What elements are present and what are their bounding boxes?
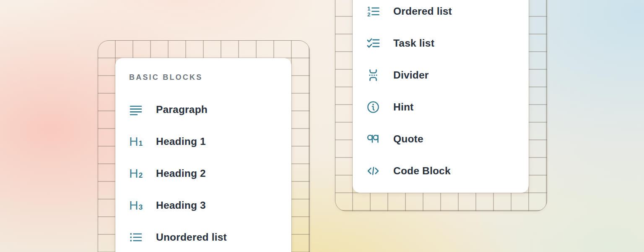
menu-item-ordered-list[interactable]: 12Ordered list	[353, 0, 529, 27]
menu-item-heading-1[interactable]: H1Heading 1	[115, 126, 291, 158]
heading-2-icon: H2	[129, 167, 143, 180]
unordered-list-icon	[129, 231, 143, 244]
menu-item-label: Divider	[393, 69, 428, 81]
menu-item-label: Quote	[393, 133, 423, 145]
heading-3-icon: H3	[129, 199, 143, 212]
svg-text:2: 2	[367, 11, 371, 18]
menu-items-right: 12Ordered listTask listDividerHintQuoteC…	[353, 0, 529, 187]
menu-item-label: Heading 3	[156, 200, 206, 211]
divider-icon	[366, 68, 380, 82]
menu-item-paragraph[interactable]: Paragraph	[115, 94, 291, 126]
section-label: BASIC BLOCKS	[115, 58, 291, 94]
menu-item-divider[interactable]: Divider	[353, 59, 529, 91]
menu-item-code-block[interactable]: Code Block	[353, 155, 529, 187]
menu-item-label: Hint	[393, 101, 413, 113]
basic-blocks-menu: BASIC BLOCKS ParagraphH1Heading 1H2Headi…	[115, 58, 291, 252]
menu-item-heading-2[interactable]: H2Heading 2	[115, 158, 291, 189]
menu-item-label: Task list	[393, 37, 434, 49]
hint-icon	[366, 100, 380, 114]
menu-items-left: ParagraphH1Heading 1H2Heading 2H3Heading…	[115, 94, 291, 252]
menu-item-label: Code Block	[393, 165, 451, 177]
heading-1-icon: H1	[129, 135, 143, 148]
menu-item-quote[interactable]: Quote	[353, 123, 529, 155]
task-list-icon	[366, 37, 380, 50]
menu-item-task-list[interactable]: Task list	[353, 27, 529, 59]
menu-item-unordered-list[interactable]: Unordered list	[115, 221, 291, 252]
blocks-menu-continued: 12Ordered listTask listDividerHintQuoteC…	[353, 0, 529, 193]
menu-item-label: Paragraph	[156, 104, 208, 116]
menu-item-label: Heading 2	[156, 168, 206, 179]
paragraph-icon	[129, 103, 143, 116]
ordered-list-icon: 12	[366, 5, 380, 18]
menu-item-hint[interactable]: Hint	[353, 91, 529, 123]
svg-text:1: 1	[367, 5, 371, 12]
menu-item-heading-3[interactable]: H3Heading 3	[115, 189, 291, 221]
menu-item-label: Ordered list	[393, 5, 452, 17]
menu-item-label: Unordered list	[156, 231, 227, 243]
code-block-icon	[366, 164, 380, 178]
quote-icon	[366, 132, 380, 146]
editor-blocks-illustration: BASIC BLOCKS ParagraphH1Heading 1H2Headi…	[0, 0, 644, 252]
menu-item-label: Heading 1	[156, 136, 206, 147]
